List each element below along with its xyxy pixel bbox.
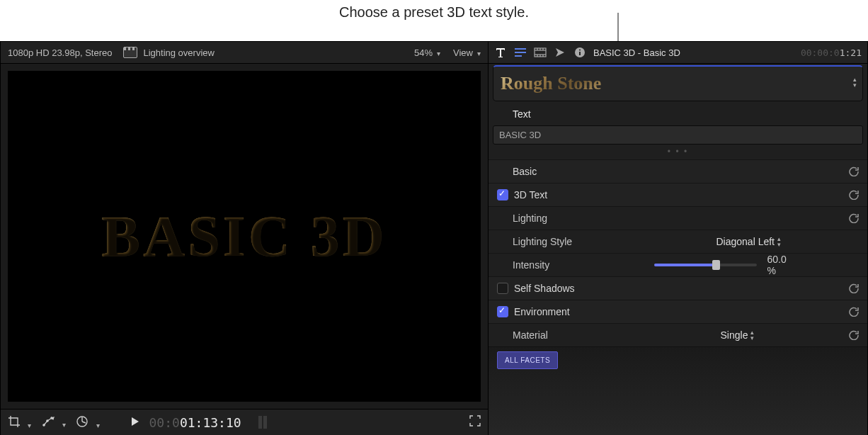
chevron-down-icon: ▾ <box>62 421 66 429</box>
intensity-row: Intensity 60.0 % <box>489 253 867 276</box>
chevron-down-icon: ▾ <box>437 50 440 57</box>
clapperboard-icon <box>123 47 137 58</box>
basic-section-row[interactable]: Basic <box>489 159 867 183</box>
svg-rect-6 <box>515 55 522 57</box>
zoom-menu[interactable]: 54%▾ <box>414 47 440 58</box>
lighting-style-row: Lighting Style Diagonal Left▴▾ <box>489 230 867 253</box>
viewer-toolbar: 1080p HD 23.98p, Stereo Lighting overvie… <box>1 42 488 64</box>
svg-rect-4 <box>515 48 526 50</box>
updown-stepper-icon: ▴▾ <box>750 329 754 341</box>
chevron-down-icon: ▾ <box>477 50 481 57</box>
svg-point-18 <box>579 49 581 50</box>
preset-name: Rough Stone <box>501 73 601 94</box>
inspector-timecode: 00:00:01:21 <box>801 47 862 58</box>
3d-text-section-row[interactable]: 3D Text <box>489 183 867 206</box>
intensity-slider[interactable] <box>654 264 757 266</box>
environment-row[interactable]: Environment <box>489 300 867 323</box>
viewer-bottom-toolbar: ▾ ▾ ▾ 00:001:13:10 <box>1 409 488 435</box>
material-preview-row: ALL FACETS <box>489 346 867 435</box>
lighting-section-row[interactable]: Lighting <box>489 206 867 230</box>
inspector-toolbar: BASIC 3D - Basic 3D 00:00:01:21 <box>489 42 867 64</box>
all-facets-tab[interactable]: ALL FACETS <box>497 351 558 369</box>
text-section-label: Text <box>489 106 867 123</box>
chevron-down-icon: ▾ <box>28 422 31 429</box>
crop-tool-icon[interactable]: ▾ <box>8 415 31 430</box>
format-label: 1080p HD 23.98p, Stereo <box>8 47 112 58</box>
timecode-display[interactable]: 00:001:13:10 <box>149 415 241 430</box>
retime-tool-icon[interactable]: ▾ <box>41 416 66 429</box>
material-section-row[interactable]: Material Single▴▾ <box>489 323 867 346</box>
fullscreen-icon[interactable] <box>469 415 481 429</box>
self-shadows-checkbox[interactable] <box>497 283 508 294</box>
lighting-style-popup[interactable]: Diagonal Left▴▾ <box>716 236 781 247</box>
callout-text: Choose a preset 3D text style. <box>0 4 868 21</box>
reset-icon[interactable] <box>849 307 859 317</box>
self-shadows-row[interactable]: Self Shadows <box>489 276 867 300</box>
svg-rect-5 <box>515 52 526 53</box>
reset-icon[interactable] <box>849 330 859 340</box>
chevron-down-icon: ▾ <box>96 422 100 429</box>
svg-rect-17 <box>579 52 581 55</box>
inspector-pane: BASIC 3D - Basic 3D 00:00:01:21 Rough St… <box>488 42 867 435</box>
preview-3d-text: BASIC 3D <box>101 203 387 270</box>
reset-icon[interactable] <box>849 166 859 176</box>
intensity-value-field[interactable]: 60.0 % <box>767 254 796 276</box>
reset-icon[interactable] <box>849 190 859 200</box>
inspector-clip-title: BASIC 3D - Basic 3D <box>593 47 794 58</box>
clip-name: Lighting overview <box>143 47 214 58</box>
preset-style-popup[interactable]: Rough Stone ▴▾ <box>493 65 863 101</box>
info-inspector-tab[interactable] <box>573 46 586 59</box>
clip-appearance-icon[interactable]: ▾ <box>76 415 99 430</box>
text-inspector-tab[interactable] <box>494 46 507 59</box>
video-inspector-tab[interactable] <box>534 46 547 59</box>
reset-icon[interactable] <box>849 213 859 223</box>
intensity-label: Intensity <box>497 259 654 271</box>
paragraph-inspector-tab[interactable] <box>514 46 527 59</box>
reset-icon[interactable] <box>849 283 859 293</box>
info-arrow-tab[interactable] <box>554 46 566 59</box>
drag-handle-icon[interactable]: • • • <box>489 146 867 159</box>
updown-stepper-icon: ▴▾ <box>853 77 857 88</box>
play-button[interactable] <box>131 417 139 429</box>
environment-checkbox[interactable] <box>497 306 508 317</box>
material-popup[interactable]: Single▴▾ <box>721 329 755 341</box>
text-input[interactable]: BASIC 3D <box>493 125 863 145</box>
viewer-pane: 1080p HD 23.98p, Stereo Lighting overvie… <box>1 42 488 435</box>
lighting-style-label: Lighting Style <box>497 236 654 247</box>
updown-stepper-icon: ▴▾ <box>777 236 781 247</box>
app-window: 1080p HD 23.98p, Stereo Lighting overvie… <box>0 41 868 435</box>
audio-meter <box>258 416 267 429</box>
preview-canvas[interactable]: BASIC 3D <box>8 71 481 402</box>
view-menu[interactable]: View▾ <box>453 47 481 58</box>
3d-text-checkbox[interactable] <box>497 189 508 200</box>
